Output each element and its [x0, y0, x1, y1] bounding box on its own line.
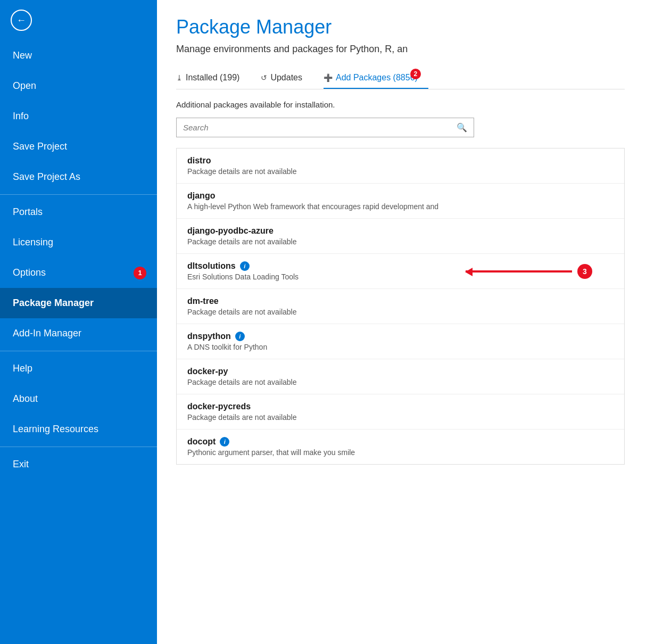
- info-icon-dnspython[interactable]: i: [235, 332, 245, 341]
- tab-icon-add-packages: ➕: [324, 73, 333, 82]
- sidebar-divider: [0, 351, 157, 351]
- package-name-distro: distro: [187, 156, 614, 166]
- search-button[interactable]: 🔍: [457, 122, 467, 133]
- package-desc-distro: Package details are not available: [187, 167, 614, 176]
- sidebar-item-licensing[interactable]: Licensing: [0, 227, 157, 258]
- search-input[interactable]: [183, 123, 457, 132]
- sidebar-item-open[interactable]: Open: [0, 71, 157, 101]
- tab-icon-installed: ⤓: [176, 73, 183, 82]
- sidebar-item-options[interactable]: Options1: [0, 258, 157, 288]
- search-container: 🔍: [176, 118, 474, 137]
- sidebar-item-add-in-manager[interactable]: Add-In Manager: [0, 318, 157, 349]
- sidebar-item-exit[interactable]: Exit: [0, 449, 157, 480]
- package-item-docker-py[interactable]: docker-pyPackage details are not availab…: [177, 359, 624, 394]
- package-name-dnspython: dnspythoni: [187, 332, 614, 341]
- main-content: Package Manager Manage environments and …: [157, 0, 646, 644]
- package-item-docopt[interactable]: docoptiPythonic argument parser, that wi…: [177, 430, 624, 464]
- package-name-django-pyodbc-azure: django-pyodbc-azure: [187, 226, 614, 236]
- package-desc-docopt: Pythonic argument parser, that will make…: [187, 448, 614, 457]
- info-icon-docopt[interactable]: i: [220, 437, 229, 447]
- tab-add-packages[interactable]: ➕Add Packages (8856)2: [324, 68, 428, 89]
- sidebar-item-save-project[interactable]: Save Project: [0, 131, 157, 162]
- description: Additional packages available for instal…: [176, 100, 625, 109]
- package-item-django[interactable]: djangoA high-level Python Web framework …: [177, 184, 624, 219]
- package-desc-django-pyodbc-azure: Package details are not available: [187, 237, 614, 246]
- back-button[interactable]: ←: [0, 0, 157, 40]
- info-icon-dltsolutions[interactable]: i: [240, 261, 250, 271]
- package-desc-docker-py: Package details are not available: [187, 378, 614, 386]
- sidebar-item-portals[interactable]: Portals: [0, 197, 157, 227]
- package-name-django: django: [187, 191, 614, 201]
- package-name-docker-pycreds: docker-pycreds: [187, 402, 614, 411]
- package-desc-dm-tree: Package details are not available: [187, 308, 614, 316]
- package-item-django-pyodbc-azure[interactable]: django-pyodbc-azurePackage details are n…: [177, 219, 624, 254]
- tab-icon-updates: ↺: [261, 73, 267, 82]
- tab-updates[interactable]: ↺Updates: [261, 68, 313, 89]
- package-item-docker-pycreds[interactable]: docker-pycredsPackage details are not av…: [177, 394, 624, 430]
- tabs-bar: ⤓Installed (199)↺Updates➕Add Packages (8…: [176, 68, 625, 89]
- package-desc-docker-pycreds: Package details are not available: [187, 413, 614, 422]
- badge-3: 3: [577, 264, 592, 279]
- red-arrow: [466, 270, 572, 273]
- sidebar-divider: [0, 194, 157, 195]
- sidebar: ← NewOpenInfoSave ProjectSave Project As…: [0, 0, 157, 644]
- tab-label-installed: Installed (199): [186, 73, 239, 82]
- package-name-docopt: docopti: [187, 437, 614, 447]
- sidebar-item-save-project-as[interactable]: Save Project As: [0, 162, 157, 192]
- page-title: Package Manager: [176, 16, 625, 38]
- sidebar-item-learning-resources[interactable]: Learning Resources: [0, 414, 157, 444]
- package-item-dm-tree[interactable]: dm-treePackage details are not available: [177, 289, 624, 324]
- tab-installed[interactable]: ⤓Installed (199): [176, 68, 250, 89]
- package-list: distroPackage details are not availabled…: [176, 148, 625, 465]
- sidebar-item-package-manager[interactable]: Package Manager: [0, 288, 157, 318]
- package-name-dm-tree: dm-tree: [187, 296, 614, 306]
- back-icon: ←: [11, 10, 32, 31]
- package-item-dnspython[interactable]: dnspythoniA DNS toolkit for Python: [177, 324, 624, 359]
- badge-options: 1: [134, 267, 146, 279]
- package-desc-django: A high-level Python Web framework that e…: [187, 202, 614, 211]
- arrow-annotation: 3: [466, 264, 592, 279]
- package-item-distro[interactable]: distroPackage details are not available: [177, 148, 624, 184]
- sidebar-item-help[interactable]: Help: [0, 353, 157, 384]
- sidebar-item-info[interactable]: Info: [0, 101, 157, 131]
- page-subtitle: Manage environments and packages for Pyt…: [176, 44, 625, 55]
- sidebar-item-about[interactable]: About: [0, 384, 157, 414]
- tab-label-updates: Updates: [270, 73, 302, 82]
- sidebar-item-new[interactable]: New: [0, 40, 157, 71]
- package-item-dltsolutions[interactable]: dltsolutionsiEsri Solutions Data Loading…: [177, 254, 624, 289]
- package-name-docker-py: docker-py: [187, 367, 614, 376]
- sidebar-divider: [0, 447, 157, 447]
- tab-label-add-packages: Add Packages (8856): [336, 73, 418, 82]
- package-desc-dnspython: A DNS toolkit for Python: [187, 343, 614, 351]
- tab-badge-add-packages: 2: [410, 69, 421, 79]
